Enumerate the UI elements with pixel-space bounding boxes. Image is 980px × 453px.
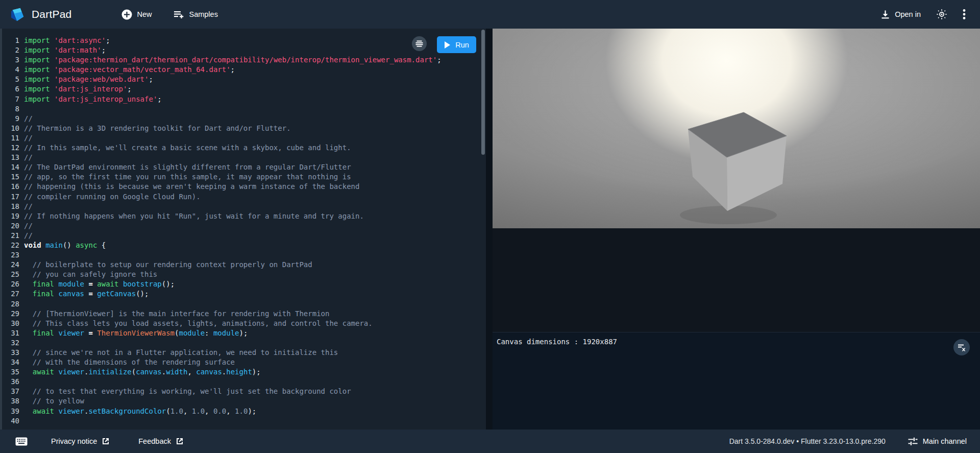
code-line: 13//	[2, 153, 486, 162]
code-line: 10// Thermion is a 3D rendering toolkit …	[2, 124, 486, 133]
render-canvas[interactable]	[493, 29, 980, 228]
line-number: 40	[2, 416, 19, 426]
code-line: 4import 'package:vector_math/vector_math…	[2, 65, 486, 75]
preview-pane: Canvas dimensions : 980x453	[493, 29, 980, 430]
code-line: 30 // This class lets you load assets, l…	[2, 319, 486, 328]
theme-toggle-button[interactable]	[936, 9, 947, 20]
code-line: 14// The DartPad environment is slightly…	[2, 162, 486, 172]
footer-bar: Privacy notice Feedback Dart 3.5.0-284.0…	[0, 430, 980, 453]
code-line: 24 // boilerplate to setup our rendering…	[2, 260, 486, 270]
code-line: 33 // since we're not in a Flutter appli…	[2, 348, 486, 357]
code-line: 11//	[2, 133, 486, 143]
version-info: Dart 3.5.0-284.0.dev • Flutter 3.23.0-13…	[729, 437, 886, 445]
footer-right: Dart 3.5.0-284.0.dev • Flutter 3.23.0-13…	[729, 437, 980, 446]
line-number: 32	[2, 338, 19, 348]
code-line: 26 final module = await bootstrap();	[2, 279, 486, 289]
preview-background	[493, 228, 980, 332]
new-button-label: New	[137, 10, 152, 18]
code-line: 6import 'dart:js_interop';	[2, 84, 486, 94]
clear-console-button[interactable]	[953, 339, 970, 355]
code-line: 17// compiler running on Google Cloud Ru…	[2, 192, 486, 202]
code-line: 34 // with the dimensions of the renderi…	[2, 357, 486, 367]
code-line: 12// In this sample, we'll create a basi…	[2, 143, 486, 153]
line-number: 35	[2, 367, 19, 377]
line-number: 10	[2, 124, 19, 133]
format-button[interactable]	[412, 36, 427, 51]
app-title: DartPad	[32, 8, 71, 20]
line-number: 13	[2, 153, 19, 162]
line-number: 15	[2, 172, 19, 182]
code-lines: 1import 'dart:async';2import 'dart:math'…	[2, 29, 486, 430]
feedback-link[interactable]: Feedback	[138, 437, 184, 445]
line-number: 34	[2, 357, 19, 367]
samples-button[interactable]: Samples	[173, 9, 217, 19]
code-line: 22void main() async {	[2, 241, 486, 250]
line-number: 11	[2, 133, 19, 143]
pane-splitter[interactable]	[486, 29, 493, 430]
line-number: 37	[2, 387, 19, 396]
run-button[interactable]: Run	[437, 36, 476, 53]
line-number: 31	[2, 328, 19, 338]
line-number: 28	[2, 299, 19, 309]
code-line: 39 await viewer.setBackgroundColor(1.0, …	[2, 407, 486, 416]
kebab-menu-icon	[963, 9, 966, 20]
line-number: 7	[2, 94, 19, 104]
format-lines-icon	[415, 40, 423, 47]
editor-scrollbar[interactable]	[481, 30, 485, 155]
line-number: 12	[2, 143, 19, 153]
code-line: 5import 'package:web/web.dart';	[2, 75, 486, 84]
tune-icon	[908, 437, 918, 446]
privacy-notice-label: Privacy notice	[51, 437, 97, 445]
line-number: 26	[2, 279, 19, 289]
header-actions: Open in	[880, 9, 980, 20]
run-button-label: Run	[455, 41, 469, 49]
download-icon	[880, 10, 890, 19]
open-in-label: Open in	[895, 10, 921, 18]
code-line: 36	[2, 377, 486, 387]
external-link-icon	[102, 437, 110, 445]
line-number: 1	[2, 36, 19, 45]
channel-label: Main channel	[923, 437, 967, 445]
open-in-button[interactable]: Open in	[880, 10, 921, 19]
code-line: 9//	[2, 114, 486, 124]
line-number: 27	[2, 289, 19, 299]
code-line: 7import 'dart:js_interop_unsafe';	[2, 94, 486, 104]
brightness-icon	[936, 9, 947, 20]
code-line: 35 await viewer.initialize(canvas.width,…	[2, 367, 486, 377]
code-line: 21//	[2, 231, 486, 241]
workspace: 1import 'dart:async';2import 'dart:math'…	[0, 29, 980, 430]
code-line: 18//	[2, 202, 486, 211]
play-icon	[444, 41, 450, 49]
line-number: 39	[2, 407, 19, 416]
line-number: 20	[2, 221, 19, 231]
line-number: 29	[2, 309, 19, 319]
console-panel: Canvas dimensions : 980x453	[493, 332, 980, 430]
code-line: 38 // to yellow	[2, 396, 486, 406]
line-number: 22	[2, 241, 19, 250]
code-line: 27 final canvas = getCanvas();	[2, 289, 486, 299]
external-link-icon	[176, 437, 184, 445]
code-editor[interactable]: 1import 'dart:async';2import 'dart:math'…	[2, 29, 486, 430]
channel-selector[interactable]: Main channel	[908, 437, 967, 446]
line-number: 3	[2, 55, 19, 65]
line-number: 2	[2, 45, 19, 55]
line-number: 8	[2, 104, 19, 114]
line-number: 24	[2, 260, 19, 270]
code-line: 31 final viewer = ThermionViewerWasm(mod…	[2, 328, 486, 338]
keyboard-shortcuts-button[interactable]	[15, 437, 28, 446]
code-line: 8	[2, 104, 486, 114]
line-number: 4	[2, 65, 19, 75]
line-number: 21	[2, 231, 19, 241]
overflow-menu-button[interactable]	[963, 9, 966, 20]
feedback-label: Feedback	[138, 437, 171, 445]
dart-logo-icon	[10, 7, 26, 22]
line-number: 16	[2, 182, 19, 192]
line-number: 38	[2, 396, 19, 406]
header-bar: DartPad New Samples	[0, 0, 980, 29]
code-line: 37 // to test that everything is working…	[2, 387, 486, 396]
playlist-add-icon	[173, 9, 184, 19]
code-line: 25 // you can safely ignore this	[2, 270, 486, 279]
privacy-notice-link[interactable]: Privacy notice	[51, 437, 110, 445]
new-button[interactable]: New	[121, 9, 152, 20]
line-number: 5	[2, 75, 19, 84]
